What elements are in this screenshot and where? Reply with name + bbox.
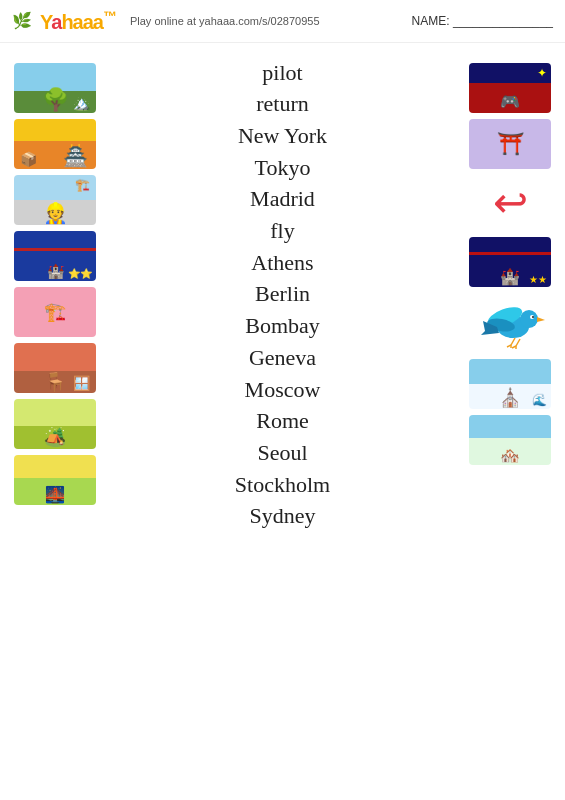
word-pilot: pilot [262, 58, 302, 88]
svg-marker-2 [537, 317, 545, 322]
right-image-7[interactable]: 🏘️ [469, 415, 551, 465]
logo-leaf-icon: 🌿 [12, 11, 32, 30]
svg-line-8 [511, 338, 515, 345]
word-moscow: Moscow [245, 375, 321, 405]
left-image-moscow[interactable]: 🪑 🪟 [14, 343, 96, 393]
right-image-6[interactable]: ⛪ 🌊 [469, 359, 551, 409]
left-image-athens[interactable]: 🏰 ⭐⭐ [14, 231, 96, 281]
left-image-bombay[interactable]: 🏗️ [14, 287, 96, 337]
left-image-tree[interactable]: 🌳 🏔️ [14, 63, 96, 113]
right-image-4[interactable]: 🏰 ★★ [469, 237, 551, 287]
left-image-tokyo[interactable]: 🏯 📦 [14, 119, 96, 169]
word-tokyo: Tokyo [255, 153, 311, 183]
word-berlin: Berlin [255, 279, 310, 309]
header-url: Play online at yahaaa.com/s/02870955 [130, 15, 320, 27]
left-image-sydney[interactable]: 🌉 [14, 455, 96, 505]
word-rome: Rome [256, 406, 309, 436]
svg-point-1 [520, 310, 538, 328]
left-image-column: 🌳 🏔️ 🏯 📦 👷 🏗️ 🏰 ⭐⭐ 🏗️ 🪑 🪟 🏕️ [0, 53, 110, 783]
word-bombay: Bombay [245, 311, 320, 341]
right-image-bird[interactable] [470, 293, 550, 353]
logo-text: Yahaaa™ [40, 8, 116, 34]
left-image-stockholm[interactable]: 🏕️ [14, 399, 96, 449]
word-stockholm: Stockholm [235, 470, 330, 500]
word-fly: fly [270, 216, 294, 246]
word-list: pilot return New York Tokyo Madrid fly A… [110, 53, 455, 783]
right-image-column: 🎮 ✦ ⛩️ ↩ 🏰 ★★ [455, 53, 565, 783]
right-image-1[interactable]: 🎮 ✦ [469, 63, 551, 113]
svg-point-4 [532, 316, 534, 318]
word-geneva: Geneva [249, 343, 316, 373]
left-image-madrid[interactable]: 👷 🏗️ [14, 175, 96, 225]
word-return: return [256, 89, 309, 119]
name-field: NAME: _______________ [412, 14, 553, 28]
bird-svg [475, 295, 545, 350]
right-image-2[interactable]: ⛩️ [469, 119, 551, 169]
svg-line-11 [516, 339, 520, 346]
page-header: 🌿 Yahaaa™ Play online at yahaaa.com/s/02… [0, 0, 565, 43]
word-athens: Athens [251, 248, 313, 278]
main-content: 🌳 🏔️ 🏯 📦 👷 🏗️ 🏰 ⭐⭐ 🏗️ 🪑 🪟 🏕️ [0, 43, 565, 793]
return-arrow-icon[interactable]: ↩ [470, 175, 550, 231]
word-seoul: Seoul [257, 438, 307, 468]
word-new-york: New York [238, 121, 327, 151]
word-madrid: Madrid [250, 184, 315, 214]
word-sydney: Sydney [250, 501, 316, 531]
